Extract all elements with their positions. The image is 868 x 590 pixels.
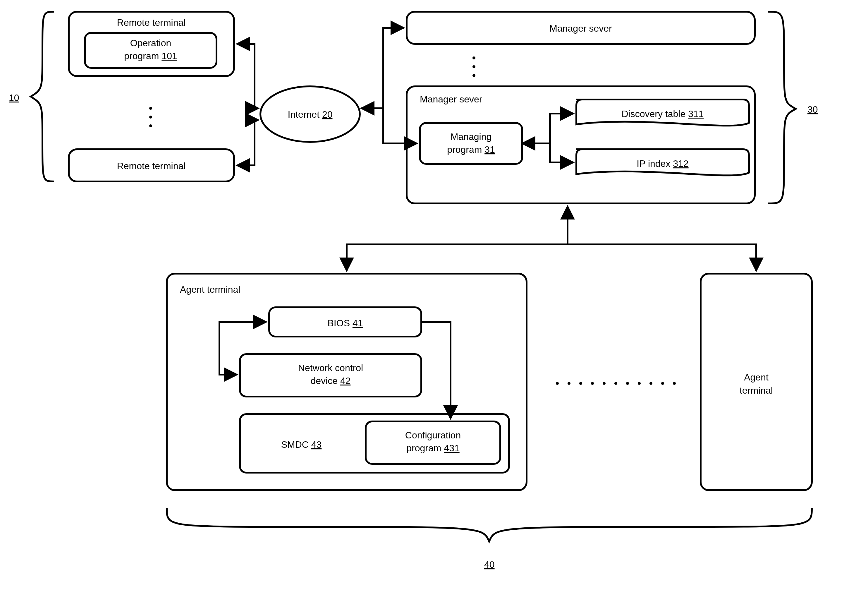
ip-index-label: IP index 312 bbox=[636, 158, 688, 169]
manager-server-1-title: Manager sever bbox=[549, 23, 612, 34]
managing-program-line1: Managing bbox=[450, 132, 492, 142]
netctrl-line1: Network control bbox=[298, 362, 363, 373]
manager-server-2-title: Manager sever bbox=[420, 94, 483, 105]
svg-point-2 bbox=[149, 107, 152, 110]
svg-point-10 bbox=[472, 74, 475, 77]
agent-terminal-2: Agent terminal bbox=[701, 274, 812, 490]
remote-terminal-1: Remote terminal Operation program 101 bbox=[69, 12, 234, 76]
group-40-label: 40 bbox=[484, 559, 495, 570]
arrow-ms2-agent2 bbox=[568, 244, 756, 271]
arrow-internet-ms2 bbox=[383, 108, 417, 143]
agent-terminal-2-line1: Agent bbox=[744, 372, 769, 383]
svg-point-23 bbox=[614, 382, 617, 385]
discovery-table-doc: Discovery table 311 bbox=[576, 99, 749, 126]
bios-label: BIOS 41 bbox=[328, 318, 363, 328]
svg-rect-12 bbox=[420, 123, 522, 164]
internet-node: Internet 20 bbox=[260, 86, 360, 142]
arrow-rt1-internet bbox=[237, 44, 258, 108]
operation-program-line2: program 101 bbox=[124, 50, 177, 61]
svg-point-18 bbox=[556, 382, 559, 385]
config-program-line2: program 431 bbox=[406, 443, 459, 453]
svg-point-27 bbox=[661, 382, 664, 385]
remote-terminal-2: Remote terminal bbox=[69, 149, 234, 182]
svg-point-25 bbox=[638, 382, 641, 385]
agent-terminal-2-line2: terminal bbox=[740, 385, 773, 396]
ip-index-doc: IP index 312 bbox=[576, 149, 749, 175]
remote-terminal-2-title: Remote terminal bbox=[117, 161, 186, 171]
manager-server-1: Manager sever bbox=[407, 12, 755, 44]
internet-label: Internet 20 bbox=[288, 109, 333, 120]
svg-point-19 bbox=[568, 382, 570, 385]
group-40-brace: 40 bbox=[167, 508, 812, 570]
agent-terminal-1: Agent terminal BIOS 41 Network control d… bbox=[167, 274, 527, 490]
group-30-label: 30 bbox=[807, 104, 818, 115]
svg-point-22 bbox=[603, 382, 605, 385]
netctrl-line2: device 42 bbox=[311, 376, 351, 386]
discovery-table-label: Discovery table 311 bbox=[621, 109, 704, 119]
remote-terminals-ellipsis bbox=[149, 107, 152, 127]
smdc-label: SMDC 43 bbox=[281, 439, 322, 450]
agent-terminal-1-title: Agent terminal bbox=[180, 284, 240, 295]
managing-program-line2: program 31 bbox=[447, 144, 495, 155]
agent-terminals-ellipsis bbox=[556, 382, 676, 385]
manager-servers-ellipsis bbox=[472, 56, 475, 77]
system-architecture-diagram: Remote terminal Operation program 101 Re… bbox=[0, 0, 868, 590]
arrow-rt2-internet bbox=[237, 120, 258, 166]
manager-server-2: Manager sever Managing program 31 Discov… bbox=[407, 86, 755, 203]
group-10-label: 10 bbox=[9, 93, 19, 103]
svg-point-26 bbox=[650, 382, 652, 385]
config-program-line1: Configuration bbox=[405, 430, 461, 441]
remote-terminal-1-title: Remote terminal bbox=[117, 17, 186, 28]
operation-program-line1: Operation bbox=[130, 38, 171, 48]
svg-point-21 bbox=[591, 382, 594, 385]
group-30-brace: 30 bbox=[768, 12, 818, 203]
svg-point-8 bbox=[472, 56, 475, 59]
svg-point-20 bbox=[579, 382, 582, 385]
svg-point-3 bbox=[149, 115, 152, 118]
svg-point-4 bbox=[149, 124, 152, 127]
svg-point-24 bbox=[626, 382, 629, 385]
arrow-internet-ms1 bbox=[361, 28, 404, 108]
svg-point-9 bbox=[472, 65, 475, 68]
arrow-ms2-agent1 bbox=[347, 206, 568, 271]
svg-point-28 bbox=[673, 382, 676, 385]
group-10-brace: 10 bbox=[9, 12, 54, 182]
